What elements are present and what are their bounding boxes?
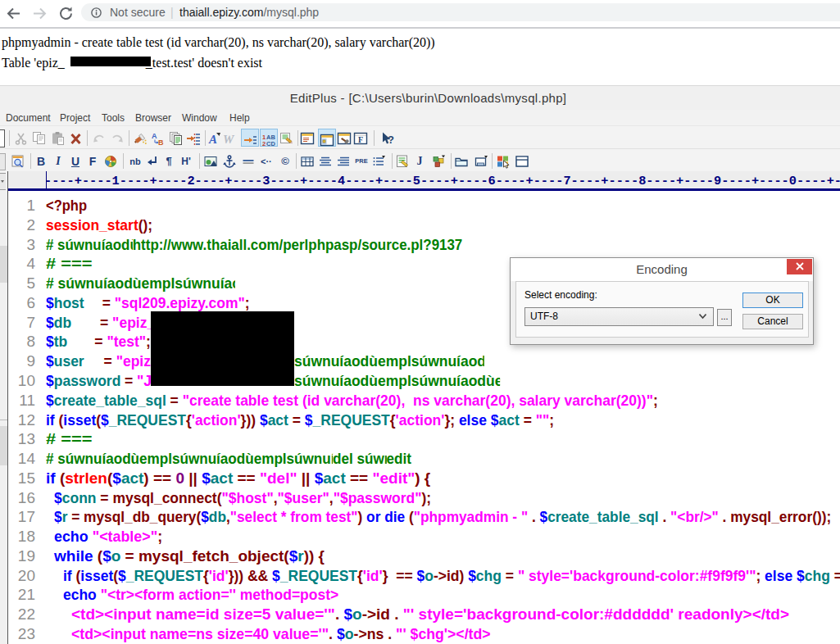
svg-text:A: A	[208, 133, 217, 146]
svg-text:?: ?	[388, 134, 394, 146]
svg-text:CD: CD	[266, 140, 275, 147]
svg-text:<··: <··	[261, 156, 272, 166]
svg-text:B: B	[158, 138, 164, 146]
svg-text:F: F	[358, 135, 363, 144]
svg-text:A: A	[152, 132, 157, 140]
svg-text:W: W	[223, 133, 235, 146]
svg-text:2: 2	[262, 140, 266, 147]
